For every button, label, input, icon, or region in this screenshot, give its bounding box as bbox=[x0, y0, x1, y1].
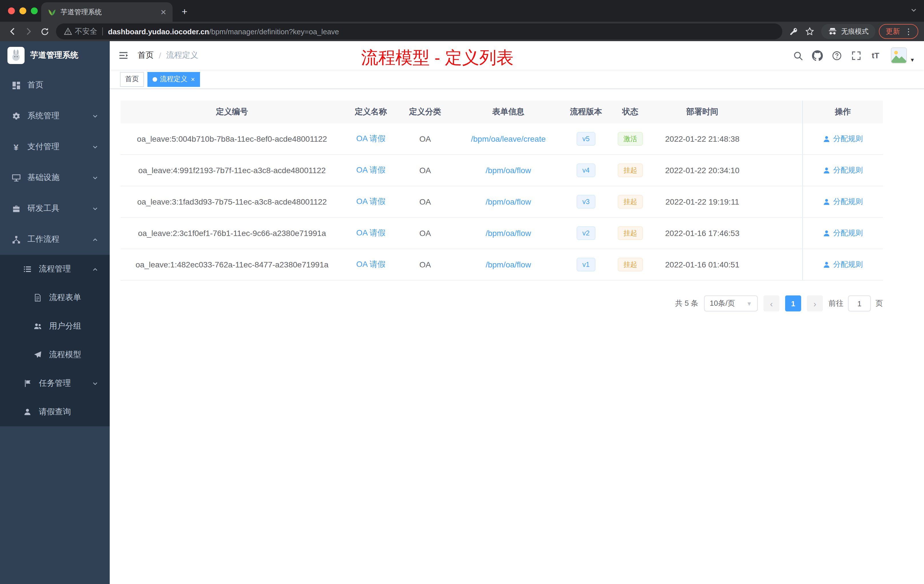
breadcrumb-separator: / bbox=[159, 51, 161, 60]
definition-name-link[interactable]: OA 请假 bbox=[356, 228, 386, 238]
chevron-down-icon bbox=[92, 113, 98, 119]
tab-close-icon[interactable]: ✕ bbox=[159, 7, 168, 16]
new-tab-button[interactable]: + bbox=[177, 5, 192, 20]
cell-definition-id: oa_leave:1:482ec033-762a-11ec-8477-a2380… bbox=[120, 249, 343, 280]
tab-search-chevron-icon[interactable] bbox=[910, 7, 917, 14]
sidebar-item-task-management[interactable]: 任务管理 bbox=[0, 369, 110, 398]
form-info-link[interactable]: /bpm/oa/flow bbox=[486, 229, 531, 238]
hamburger-icon[interactable] bbox=[110, 41, 137, 70]
chevron-down-icon bbox=[92, 144, 98, 150]
tag-process-definition[interactable]: 流程定义 × bbox=[147, 72, 200, 87]
help-icon[interactable] bbox=[828, 47, 845, 64]
definition-name-link[interactable]: OA 请假 bbox=[356, 165, 386, 175]
home-icon bbox=[12, 81, 21, 89]
zoom-window-button[interactable] bbox=[31, 7, 38, 14]
sidebar-item-process-models[interactable]: 流程模型 bbox=[0, 341, 110, 369]
font-size-icon[interactable]: tT bbox=[867, 47, 884, 64]
chrome-update-button[interactable]: 更新 ⋮ bbox=[879, 24, 918, 39]
col-header: 状态 bbox=[607, 101, 653, 124]
tag-close-icon[interactable]: × bbox=[191, 75, 195, 83]
sidebar-item-label: 基础设施 bbox=[27, 173, 59, 183]
fullscreen-icon[interactable] bbox=[847, 47, 865, 64]
sidebar-item-workflow[interactable]: 工作流程 bbox=[0, 224, 110, 255]
user-icon bbox=[823, 167, 830, 174]
workflow-icon bbox=[12, 235, 21, 244]
favicon-leaf-icon bbox=[48, 8, 56, 16]
page-size-select[interactable]: 10条/页 ▼ bbox=[704, 295, 758, 312]
cell-definition-id: oa_leave:2:3c1f0ef1-76b1-11ec-9c66-a2380… bbox=[120, 218, 343, 249]
prev-page-button[interactable]: ‹ bbox=[764, 295, 779, 312]
sidebar-item-leave-query[interactable]: 请假查询 bbox=[0, 398, 110, 426]
url-path: /bpm/manager/definition?key=oa_leave bbox=[209, 27, 339, 36]
cell-definition-id: oa_leave:5:004b710b-7b8a-11ec-8ef0-acde4… bbox=[120, 124, 343, 154]
total-count: 共 5 条 bbox=[675, 298, 698, 308]
infrastructure-icon bbox=[12, 173, 21, 182]
sidebar-item-process-management[interactable]: 流程管理 bbox=[0, 255, 110, 284]
sidebar-item-payment[interactable]: ¥ 支付管理 bbox=[0, 132, 110, 162]
search-icon[interactable] bbox=[789, 47, 806, 64]
user-group-icon bbox=[33, 322, 42, 330]
version-tag: v5 bbox=[577, 132, 595, 146]
user-menu[interactable]: ▼ bbox=[891, 48, 915, 63]
browser-tab[interactable]: 芋道管理系统 ✕ bbox=[41, 2, 173, 22]
assign-rule-button[interactable]: 分配规则 bbox=[823, 196, 863, 207]
paper-plane-icon bbox=[33, 351, 42, 359]
sidebar-item-label: 首页 bbox=[27, 80, 43, 90]
form-info-link[interactable]: /bpm/oa/flow bbox=[486, 260, 531, 269]
pagination: 共 5 条 10条/页 ▼ ‹ 1 › 前往 页 bbox=[120, 295, 883, 312]
sidebar-item-system[interactable]: 系统管理 bbox=[0, 101, 110, 132]
version-tag: v3 bbox=[577, 195, 595, 209]
chevron-up-icon bbox=[92, 236, 98, 243]
form-info-link[interactable]: /bpm/oa/flow bbox=[486, 166, 531, 175]
cell-definition-id: oa_leave:3:1fad3d93-7b75-11ec-a3c8-acde4… bbox=[120, 186, 343, 217]
minimize-window-button[interactable] bbox=[20, 7, 26, 14]
sidebar-item-home[interactable]: 首页 bbox=[0, 70, 110, 101]
form-icon bbox=[33, 294, 42, 302]
incognito-badge[interactable]: 无痕模式 bbox=[821, 24, 875, 39]
bookmark-star-icon[interactable] bbox=[802, 23, 818, 40]
version-tag: v4 bbox=[577, 163, 595, 177]
assign-rule-button[interactable]: 分配规则 bbox=[823, 134, 863, 144]
forward-icon[interactable] bbox=[21, 23, 36, 40]
password-key-icon[interactable] bbox=[786, 23, 802, 40]
table-row: oa_leave:5:004b710b-7b8a-11ec-8ef0-acde4… bbox=[120, 124, 883, 155]
tag-home[interactable]: 首页 bbox=[120, 72, 144, 87]
github-icon[interactable] bbox=[808, 47, 826, 64]
close-window-button[interactable] bbox=[8, 7, 15, 14]
top-navbar: 首页 / 流程定义 tT bbox=[110, 41, 924, 70]
form-info-link[interactable]: /bpm/oa/flow bbox=[486, 197, 531, 206]
goto-page-input[interactable] bbox=[848, 295, 871, 312]
browser-toolbar: 不安全 dashboard.yudao.iocoder.cn /bpm/mana… bbox=[0, 22, 924, 41]
page-number-button[interactable]: 1 bbox=[785, 295, 801, 312]
definition-name-link[interactable]: OA 请假 bbox=[356, 196, 386, 207]
security-warning[interactable]: 不安全 bbox=[64, 26, 97, 36]
sidebar-item-label: 流程表单 bbox=[49, 292, 81, 303]
next-page-button[interactable]: › bbox=[807, 295, 823, 312]
back-icon[interactable] bbox=[5, 23, 21, 40]
sidebar-item-process-forms[interactable]: 流程表单 bbox=[0, 284, 110, 312]
assign-rule-button[interactable]: 分配规则 bbox=[823, 165, 863, 175]
incognito-icon bbox=[828, 27, 837, 36]
assign-rule-button[interactable]: 分配规则 bbox=[823, 228, 863, 238]
address-bar[interactable]: 不安全 dashboard.yudao.iocoder.cn /bpm/mana… bbox=[56, 23, 782, 40]
tags-view: 首页 流程定义 × bbox=[110, 70, 924, 89]
reload-icon[interactable] bbox=[36, 23, 53, 40]
annotation-overlay: 流程模型 - 定义列表 bbox=[361, 46, 513, 70]
cell-category: OA bbox=[398, 124, 452, 154]
form-info-link[interactable]: /bpm/oa/leave/create bbox=[471, 134, 546, 144]
browser-menu-icon[interactable]: ⋮ bbox=[904, 27, 912, 36]
action-label: 分配规则 bbox=[833, 228, 863, 238]
definition-name-link[interactable]: OA 请假 bbox=[356, 259, 386, 270]
sidebar-item-infrastructure[interactable]: 基础设施 bbox=[0, 162, 110, 193]
sidebar-logo[interactable]: 芋道管理系统 bbox=[0, 41, 110, 70]
logo-avatar bbox=[7, 47, 25, 64]
breadcrumb-home[interactable]: 首页 bbox=[138, 50, 154, 61]
definition-name-link[interactable]: OA 请假 bbox=[356, 134, 386, 144]
assign-rule-button[interactable]: 分配规则 bbox=[823, 259, 863, 270]
sidebar-item-user-groups[interactable]: 用户分组 bbox=[0, 312, 110, 341]
action-label: 分配规则 bbox=[833, 165, 863, 175]
definition-table: 定义编号 定义名称 定义分类 表单信息 流程版本 状态 部署时间 操作 oa_l… bbox=[120, 101, 883, 280]
table-row: oa_leave:4:991f2193-7b7f-11ec-a3c8-acde4… bbox=[120, 155, 883, 186]
sidebar-item-dev-tools[interactable]: 研发工具 bbox=[0, 193, 110, 224]
user-icon bbox=[823, 135, 830, 143]
